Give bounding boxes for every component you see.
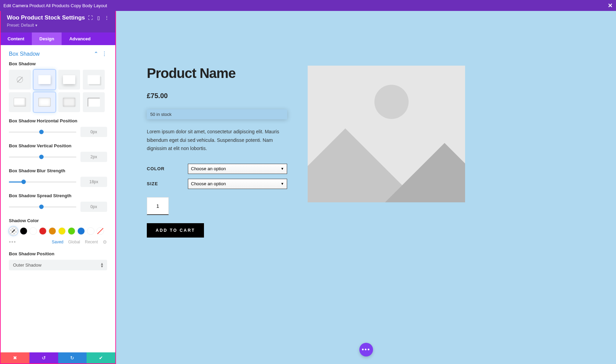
main: Woo Product Stock Settings ⛶ ▯ ⋮ Preset:… [0,11,616,364]
horiz-slider[interactable] [9,132,76,133]
close-icon[interactable]: ✕ [608,2,613,9]
redo-button[interactable]: ↻ [58,352,87,363]
spread-strength-field: Box Shadow Spread Strength [1,193,115,212]
title-bar-text: Edit Camera Product All Products Copy Bo… [3,3,107,8]
color-select-text: Choose an option [191,166,226,171]
section-menu-icon[interactable]: ⋮ [102,51,107,57]
size-label: SIZE [147,181,188,186]
tab-bar: Content Design Advanced [1,32,115,45]
section-title: Box Shadow [9,51,40,57]
sidebar-footer: ✖ ↺ ↻ ✔ [1,352,115,363]
position-label: Box Shadow Position [9,251,107,256]
swatch-red[interactable] [39,227,47,235]
position-select[interactable]: Outer Shadow ▴▾ [9,260,107,270]
preset-2[interactable] [58,70,80,90]
more-dots-icon[interactable]: ••• [9,239,16,245]
preset-7[interactable] [83,92,105,112]
save-button[interactable]: ✔ [87,352,115,363]
slider-thumb[interactable] [39,205,43,209]
section-header[interactable]: Box Shadow ⌃ ⋮ [1,45,115,61]
quantity-stepper[interactable]: 1 [147,197,169,215]
product-row: Product Name £75.00 50 in stock Lorem ip… [116,11,616,238]
swatch-none[interactable] [97,227,104,235]
gear-icon[interactable]: ⚙ [103,239,107,245]
blur-label: Box Shadow Blur Strength [9,168,107,173]
preset-3[interactable] [83,70,105,90]
product-title: Product Name [147,66,287,81]
tab-advanced[interactable]: Advanced [62,32,98,45]
color-tab-recent[interactable]: Recent [85,240,98,244]
add-to-cart-button[interactable]: ADD TO CART [147,223,204,238]
horiz-input[interactable] [80,127,107,137]
slider-thumb[interactable] [39,155,43,159]
shadow-position-field: Box Shadow Position Outer Shadow ▴▾ [1,251,115,270]
product-image-placeholder [308,66,465,202]
tab-design[interactable]: Design [32,32,62,45]
color-tab-global[interactable]: Global [68,240,80,244]
spread-slider[interactable] [9,206,76,207]
menu-dots-icon[interactable]: ⋮ [104,15,109,21]
horiz-label: Box Shadow Horizontal Position [9,118,107,123]
product-info: Product Name £75.00 50 in stock Lorem ip… [147,66,287,238]
swatch-black[interactable] [20,227,27,235]
color-swatches [9,227,107,235]
eyedropper-icon[interactable] [9,227,18,235]
fab-button[interactable]: ••• [359,343,373,356]
chevron-up-icon[interactable]: ⌃ [94,51,98,57]
shadow-color-field: Shadow Color [1,218,115,245]
slider-thumb[interactable] [39,130,43,134]
vert-slider[interactable] [9,157,76,158]
preset-dropdown[interactable]: Preset: Default ▾ [7,23,109,28]
variant-color-row: COLOR Choose an option ▼ [147,164,287,174]
color-select[interactable]: Choose an option ▼ [188,164,287,174]
vert-input[interactable] [80,152,107,162]
variant-size-row: SIZE Choose an option ▼ [147,179,287,189]
settings-sidebar: Woo Product Stock Settings ⛶ ▯ ⋮ Preset:… [0,11,116,364]
settings-panel: Box Shadow ⌃ ⋮ Box Shadow [1,45,115,352]
swatch-blue[interactable] [77,227,85,235]
color-tab-saved[interactable]: Saved [52,240,63,244]
chevron-down-icon: ▼ [281,167,284,171]
blur-input[interactable] [80,177,107,187]
position-select-value: Outer Shadow [13,262,41,268]
vert-label: Box Shadow Vertical Position [9,143,107,148]
swatch-yellow[interactable] [58,227,66,235]
color-label: COLOR [147,166,188,171]
tab-content[interactable]: Content [1,32,32,45]
spread-input[interactable] [80,202,107,212]
blur-slider[interactable] [9,181,76,183]
discard-button[interactable]: ✖ [1,352,29,363]
product-description: Lorem ipsum dolor sit amet, consectetur … [147,127,287,153]
preset-6[interactable] [58,92,80,112]
slider-thumb[interactable] [22,180,26,184]
size-select[interactable]: Choose an option ▼ [188,179,287,189]
preset-5[interactable] [34,92,55,112]
shadow-presets-grid [9,70,107,112]
presets-label: Box Shadow [9,61,107,66]
swatch-orange[interactable] [49,227,56,235]
responsive-icon[interactable]: ▯ [97,15,100,21]
preview-area: Product Name £75.00 50 in stock Lorem ip… [116,11,616,364]
shadow-presets-field: Box Shadow [1,61,115,112]
spread-label: Box Shadow Spread Strength [9,193,107,198]
preset-1[interactable] [34,70,55,90]
none-icon [17,77,23,83]
title-bar: Edit Camera Product All Products Copy Bo… [0,0,616,11]
swatch-white[interactable] [29,227,37,235]
preset-4[interactable] [9,92,31,112]
sidebar-header: Woo Product Stock Settings ⛶ ▯ ⋮ Preset:… [1,11,115,32]
chevron-down-icon: ▼ [281,182,284,186]
swatch-white2[interactable] [87,227,94,235]
color-label: Shadow Color [9,218,107,223]
expand-icon[interactable]: ⛶ [88,15,93,21]
swatch-green[interactable] [68,227,75,235]
blur-strength-field: Box Shadow Blur Strength [1,168,115,187]
stock-badge: 50 in stock [147,109,287,119]
horiz-position-field: Box Shadow Horizontal Position [1,118,115,137]
product-price: £75.00 [147,92,287,100]
undo-button[interactable]: ↺ [29,352,58,363]
sidebar-title: Woo Product Stock Settings [7,14,85,21]
vert-position-field: Box Shadow Vertical Position [1,143,115,162]
preset-none[interactable] [9,70,31,90]
sidebar-header-icons: ⛶ ▯ ⋮ [88,15,109,21]
